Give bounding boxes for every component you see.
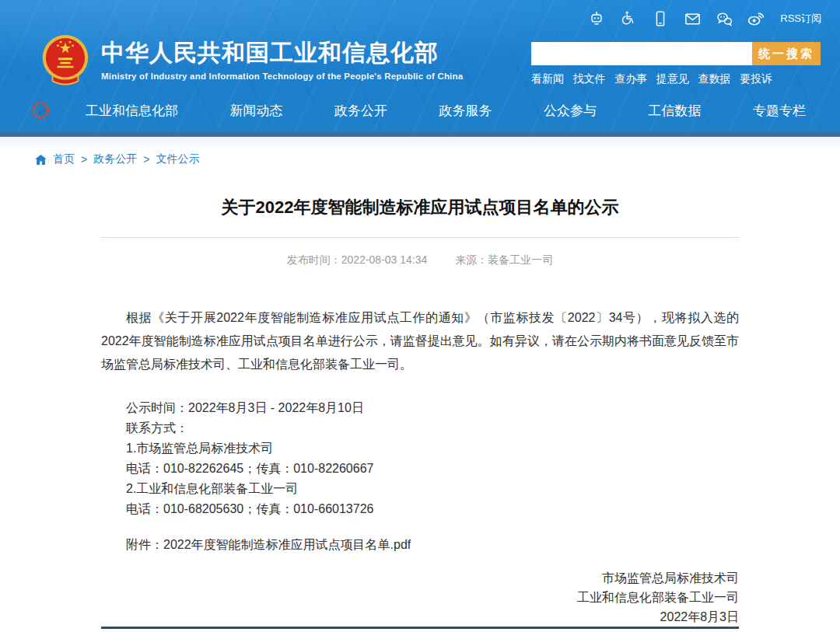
search-area: 统一搜索 看新闻 找文件 查办事 提意见 查数据 要投诉 [531,42,821,86]
accessibility-icon[interactable] [619,9,638,28]
info-line-org2-phone: 电话：010-68205630；传真：010-66013726 [101,499,739,519]
page-title: 关于2022年度智能制造标准应用试点项目名单的公示 [101,196,739,219]
info-line-org2: 2.工业和信息化部装备工业一司 [101,479,739,499]
signature-line-org2: 工业和信息化部装备工业一司 [101,588,739,607]
attachment-line: 附件：2022年度智能制造标准应用试点项目名单.pdf [101,535,739,555]
info-lines: 公示时间：2022年8月3日 - 2022年8月10日 联系方式： 1.市场监管… [101,398,739,519]
signature-block: 市场监管总局标准技术司 工业和信息化部装备工业一司 2022年8月3日 [101,568,739,627]
title-divider [101,237,739,238]
breadcrumb: 首页 > 政务公开 > 文件公示 [0,148,840,171]
breadcrumb-file-notice[interactable]: 文件公示 [156,152,199,166]
quick-link-data[interactable]: 查数据 [698,72,730,86]
quick-link-complaints[interactable]: 要投诉 [740,72,772,86]
publish-time: 发布时间：2022-08-03 14:34 [287,253,428,266]
signature-date: 2022年8月3日 [101,607,739,627]
home-icon [35,155,47,165]
breadcrumb-gov-disclosure[interactable]: 政务公开 [93,152,137,166]
nav-item-gov-disclosure[interactable]: 政务公开 [334,102,387,120]
brand: 中华人民共和国工业和信息化部 Ministry of Industry and … [40,33,463,87]
header-gap-strip [0,137,840,148]
page: RSS订阅 中华人民共和国工业和信息化部 [0,0,840,632]
article-meta: 发布时间：2022-08-03 14:34 来源：装备工业一司 [101,252,739,267]
info-line-contact-label: 联系方式： [101,418,739,438]
info-line-org1-phone: 电话：010-82262645；传真：010-82260667 [101,459,739,479]
national-emblem-logo[interactable] [40,33,90,87]
info-line-period: 公示时间：2022年8月3日 - 2022年8月10日 [101,398,739,418]
site-subtitle: Ministry of Industry and Information Tec… [101,72,463,81]
nav-item-data[interactable]: 工信数据 [649,102,702,120]
breadcrumb-separator: > [81,153,87,166]
quick-link-documents[interactable]: 找文件 [573,72,606,86]
robot-assistant-icon[interactable] [587,9,606,28]
nav-item-news[interactable]: 新闻动态 [230,102,283,120]
search-button[interactable]: 统一搜索 [752,42,821,65]
mobile-icon[interactable] [651,9,670,28]
breadcrumb-home[interactable]: 首页 [53,152,75,166]
utility-bar: RSS订阅 [587,9,821,28]
breadcrumb-separator: > [143,153,149,166]
wechat-icon[interactable] [715,9,733,28]
nav-item-special-columns[interactable]: 专题专栏 [753,102,806,120]
info-line-org1: 1.市场监管总局标准技术司 [101,438,739,459]
gov-e-icon: e [30,100,51,121]
nav-item-gov-services[interactable]: 政务服务 [439,102,492,120]
quick-link-news[interactable]: 看新闻 [531,72,564,86]
site-header: RSS订阅 中华人民共和国工业和信息化部 [0,0,840,137]
article: 关于2022年度智能制造标准应用试点项目名单的公示 发布时间：2022-08-0… [101,196,739,629]
attachment-pdf-link[interactable]: 附件：2022年度智能制造标准应用试点项目名单.pdf [126,538,411,551]
quick-link-services[interactable]: 查办事 [614,72,647,86]
header-bottom-edge [0,132,840,137]
nav-item-public-participation[interactable]: 公众参与 [544,102,597,120]
weibo-icon[interactable] [747,9,765,28]
footer-divider [101,627,739,629]
main-nav: e 工业和信息化部 新闻动态 政务公开 政务服务 公众参与 工信数据 专题专栏 [0,89,840,132]
source: 来源：装备工业一司 [455,253,553,266]
quick-link-suggestions[interactable]: 提意见 [656,72,689,86]
signature-line-org1: 市场监管总局标准技术司 [101,568,739,588]
article-paragraph: 根据《关于开展2022年度智能制造标准应用试点工作的通知》（市监标技发〔2022… [101,306,739,376]
nav-item-miit[interactable]: 工业和信息化部 [86,102,178,120]
rss-subscribe-link[interactable]: RSS订阅 [780,12,821,26]
quick-links: 看新闻 找文件 查办事 提意见 查数据 要投诉 [531,72,772,86]
mail-icon[interactable] [683,9,702,28]
site-title: 中华人民共和国工业和信息化部 [101,40,463,66]
svg-text:e: e [37,103,46,118]
search-input[interactable] [531,42,752,65]
